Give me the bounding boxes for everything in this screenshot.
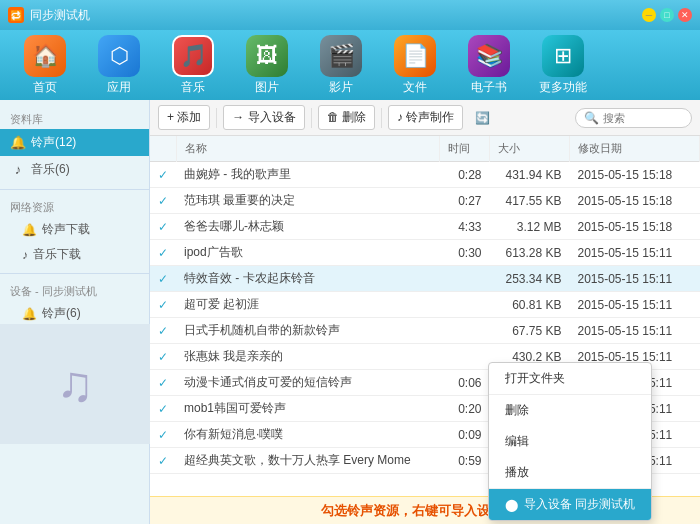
row-time: 0:06	[440, 370, 490, 396]
col-check	[150, 136, 176, 162]
video-icon: 🎬	[320, 35, 362, 77]
home-icon: 🏠	[24, 35, 66, 77]
nav-file[interactable]: 📄 文件	[380, 35, 450, 96]
context-delete[interactable]: 删除	[489, 395, 651, 426]
row-name: 爸爸去哪儿-林志颖	[176, 214, 440, 240]
import-button[interactable]: → 导入设备	[223, 105, 304, 130]
row-name: 特效音效 - 卡农起床铃音	[176, 266, 440, 292]
sidebar-divider-2	[0, 273, 149, 274]
file-icon: 📄	[394, 35, 436, 77]
sidebar-music-download[interactable]: ♪ 音乐下载	[0, 242, 149, 267]
main-area: 资料库 🔔 铃声(12) ♪ 音乐(6) 网络资源 🔔 铃声下载 ♪ 音乐下载 …	[0, 100, 700, 524]
add-button[interactable]: + 添加	[158, 105, 210, 130]
nav-video[interactable]: 🎬 影片	[306, 35, 376, 96]
nav-video-label: 影片	[329, 79, 353, 96]
row-check[interactable]: ✓	[150, 214, 176, 240]
row-name: 日式手机随机自带的新款铃声	[176, 318, 440, 344]
row-size: 253.34 KB	[490, 266, 570, 292]
col-time[interactable]: 时间	[440, 136, 490, 162]
delete-button[interactable]: 🗑 删除	[318, 105, 375, 130]
device-ringtone-label: 铃声(6)	[42, 305, 81, 322]
row-check[interactable]: ✓	[150, 162, 176, 188]
music-library-icon: ♪	[10, 162, 26, 178]
nav-home[interactable]: 🏠 首页	[10, 35, 80, 96]
col-size[interactable]: 大小	[490, 136, 570, 162]
row-check[interactable]: ✓	[150, 318, 176, 344]
table-row[interactable]: ✓ 特效音效 - 卡农起床铃音 253.34 KB 2015-05-15 15:…	[150, 266, 700, 292]
ringtone-download-label: 铃声下载	[42, 221, 90, 238]
nav-app[interactable]: ⬡ 应用	[84, 35, 154, 96]
row-name: 你有新短消息·噗噗	[176, 422, 440, 448]
row-check[interactable]: ✓	[150, 344, 176, 370]
table-row[interactable]: ✓ 爸爸去哪儿-林志颖 4:33 3.12 MB 2015-05-15 15:1…	[150, 214, 700, 240]
row-check[interactable]: ✓	[150, 188, 176, 214]
row-date: 2015-05-15 15:11	[570, 318, 700, 344]
sidebar-divider-1	[0, 189, 149, 190]
row-date: 2015-05-15 15:18	[570, 188, 700, 214]
search-box: 🔍	[575, 108, 692, 128]
row-size: 67.75 KB	[490, 318, 570, 344]
table-row[interactable]: ✓ 日式手机随机自带的新款铃声 67.75 KB 2015-05-15 15:1…	[150, 318, 700, 344]
ringtone-button[interactable]: ♪ 铃声制作	[388, 105, 463, 130]
network-label: 网络资源	[0, 196, 149, 217]
row-name: 超经典英文歌，数十万人热享 Every Mome	[176, 448, 440, 474]
title-bar: 🔁 同步测试机 ─ □ ✕	[0, 0, 700, 30]
row-time: 0:20	[440, 396, 490, 422]
sidebar-item-ringtone[interactable]: 🔔 铃声(12)	[0, 129, 149, 156]
sidebar-music-label: 音乐(6)	[31, 161, 70, 178]
minimize-button[interactable]: ─	[642, 8, 656, 22]
context-edit[interactable]: 编辑	[489, 426, 651, 457]
row-time: 0:30	[440, 240, 490, 266]
ringtone-icon: 🔔	[10, 135, 26, 151]
row-name: ipod广告歌	[176, 240, 440, 266]
nav-photo-label: 图片	[255, 79, 279, 96]
row-time: 0:28	[440, 162, 490, 188]
table-row[interactable]: ✓ 超可爱 起初涯 60.81 KB 2015-05-15 15:11	[150, 292, 700, 318]
row-check[interactable]: ✓	[150, 448, 176, 474]
sidebar-device-ringtone[interactable]: 🔔 铃声(6)	[0, 301, 149, 326]
download-music-icon: ♪	[22, 248, 28, 262]
table-row[interactable]: ✓ ipod广告歌 0:30 613.28 KB 2015-05-15 15:1…	[150, 240, 700, 266]
nav-ebook[interactable]: 📚 电子书	[454, 35, 524, 96]
maximize-button[interactable]: □	[660, 8, 674, 22]
row-time	[440, 344, 490, 370]
nav-photo[interactable]: 🖼 图片	[232, 35, 302, 96]
sidebar-ringtone-download[interactable]: 🔔 铃声下载	[0, 217, 149, 242]
row-name: 动漫卡通式俏皮可爱的短信铃声	[176, 370, 440, 396]
close-button[interactable]: ✕	[678, 8, 692, 22]
row-check[interactable]: ✓	[150, 422, 176, 448]
row-check[interactable]: ✓	[150, 396, 176, 422]
context-open-folder[interactable]: 打开文件夹	[489, 363, 651, 394]
row-check[interactable]: ✓	[150, 370, 176, 396]
row-check[interactable]: ✓	[150, 292, 176, 318]
search-icon: 🔍	[584, 111, 599, 125]
refresh-icon[interactable]: 🔄	[475, 111, 490, 125]
row-check[interactable]: ✓	[150, 266, 176, 292]
row-date: 2015-05-15 15:18	[570, 214, 700, 240]
row-date: 2015-05-15 15:11	[570, 292, 700, 318]
nav-music[interactable]: 🎵 音乐	[158, 35, 228, 96]
col-date[interactable]: 修改日期	[570, 136, 700, 162]
row-size: 60.81 KB	[490, 292, 570, 318]
table-row[interactable]: ✓ 曲婉婷 - 我的歌声里 0:28 431.94 KB 2015-05-15 …	[150, 162, 700, 188]
sidebar-item-music[interactable]: ♪ 音乐(6)	[0, 156, 149, 183]
nav-ebook-label: 电子书	[471, 79, 507, 96]
photo-icon: 🖼	[246, 35, 288, 77]
table-row[interactable]: ✓ 范玮琪 最重要的决定 0:27 417.55 KB 2015-05-15 1…	[150, 188, 700, 214]
row-time	[440, 266, 490, 292]
row-date: 2015-05-15 15:18	[570, 162, 700, 188]
title-bar-text: 同步测试机	[30, 7, 642, 24]
row-name: mob1韩国可爱铃声	[176, 396, 440, 422]
sidebar: 资料库 🔔 铃声(12) ♪ 音乐(6) 网络资源 🔔 铃声下载 ♪ 音乐下载 …	[0, 100, 150, 524]
row-time: 0:27	[440, 188, 490, 214]
row-name: 超可爱 起初涯	[176, 292, 440, 318]
search-input[interactable]	[603, 112, 683, 124]
context-play[interactable]: 播放	[489, 457, 651, 488]
toolbar-sep-1	[216, 108, 217, 128]
context-import-device[interactable]: ⬤ 导入设备 同步测试机	[489, 489, 651, 520]
row-time: 0:09	[440, 422, 490, 448]
nav-more[interactable]: ⊞ 更多功能	[528, 35, 598, 96]
row-check[interactable]: ✓	[150, 240, 176, 266]
col-name[interactable]: 名称	[176, 136, 440, 162]
music-note-icon: ♫	[56, 355, 94, 413]
